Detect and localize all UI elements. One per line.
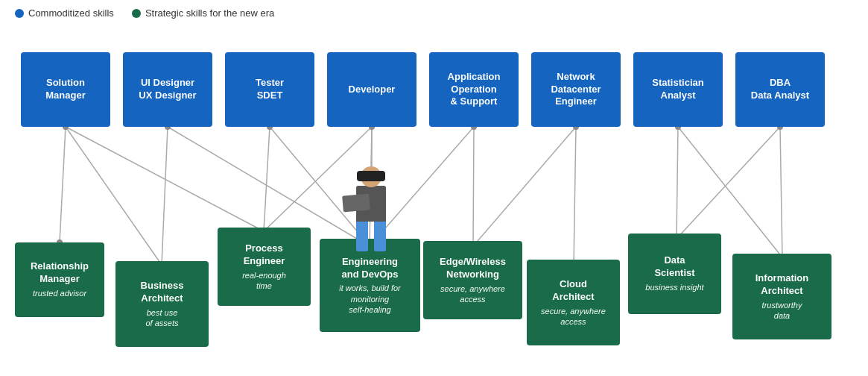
card-cloud-architect: CloudArchitect secure, anywhereaccess xyxy=(527,260,620,345)
card-network-dc-title: NetworkDatacenterEngineer xyxy=(551,71,601,109)
legend: Commoditized skills Strategic skills for… xyxy=(0,0,868,26)
card-tester: TesterSDET xyxy=(225,52,314,127)
svg-line-13 xyxy=(677,127,678,239)
svg-line-12 xyxy=(574,127,576,265)
card-app-ops: ApplicationOperation& Support xyxy=(429,52,519,127)
card-business-architect: BusinessArchitect best useof assets xyxy=(115,261,209,347)
card-process-engineer: ProcessEngineer real-enoughtime xyxy=(218,228,311,306)
card-statistician-title: StatisticianAnalyst xyxy=(652,77,703,102)
card-ui-designer-title: UI DesignerUX Designer xyxy=(139,77,196,102)
card-edge-networking: Edge/WirelessNetworking secure, anywhere… xyxy=(423,241,522,319)
card-data-scientist: DataScientist business insight xyxy=(628,234,721,314)
card-tester-title: TesterSDET xyxy=(256,77,284,102)
svg-line-0 xyxy=(60,127,66,242)
card-process-engineer-title: ProcessEngineer xyxy=(244,242,285,268)
legend-commoditized: Commoditized skills xyxy=(15,7,114,19)
card-network-dc: NetworkDatacenterEngineer xyxy=(531,52,621,127)
card-statistician: StatisticianAnalyst xyxy=(633,52,723,127)
card-developer: Developer xyxy=(327,52,416,127)
card-info-architect-title: InformationArchitect xyxy=(755,272,809,298)
card-cloud-architect-title: CloudArchitect xyxy=(552,278,594,304)
card-app-ops-title: ApplicationOperation& Support xyxy=(448,71,501,109)
card-cloud-architect-subtitle: secure, anywhereaccess xyxy=(541,306,606,328)
svg-line-5 xyxy=(264,127,270,231)
strategic-dot xyxy=(132,9,141,18)
card-dba: DBAData Analyst xyxy=(735,52,825,127)
svg-line-11 xyxy=(473,127,576,246)
commoditized-label: Commoditized skills xyxy=(28,7,114,19)
svg-line-15 xyxy=(677,127,780,239)
card-info-architect-subtitle: trustworthydata xyxy=(762,300,802,322)
card-ui-designer: UI DesignerUX Designer xyxy=(123,52,212,127)
card-dba-title: DBAData Analyst xyxy=(751,77,809,102)
svg-line-3 xyxy=(162,127,168,265)
strategic-label: Strategic skills for the new era xyxy=(145,7,274,19)
commoditized-dot xyxy=(15,9,24,18)
svg-line-10 xyxy=(473,127,474,246)
card-engineering-devops-title: Engineeringand DevOps xyxy=(342,256,399,281)
card-data-scientist-title: DataScientist xyxy=(654,254,694,280)
card-business-architect-subtitle: best useof assets xyxy=(145,307,178,329)
card-relationship-manager-subtitle: trusted advisor xyxy=(33,288,86,298)
card-business-architect-title: BusinessArchitect xyxy=(141,280,184,305)
card-relationship-manager-title: RelationshipManager xyxy=(31,260,89,286)
card-engineering-devops-subtitle: it works, build formonitoringself-healin… xyxy=(339,283,401,315)
svg-line-16 xyxy=(780,127,782,257)
card-process-engineer-subtitle: real-enoughtime xyxy=(242,270,286,292)
card-edge-networking-title: Edge/WirelessNetworking xyxy=(440,256,506,281)
card-data-scientist-subtitle: business insight xyxy=(645,282,703,292)
card-solution-manager-title: SolutionManager xyxy=(45,77,85,102)
legend-strategic: Strategic skills for the new era xyxy=(132,7,274,19)
diagram: SolutionManager UI DesignerUX Designer T… xyxy=(0,26,868,369)
card-solution-manager: SolutionManager xyxy=(21,52,110,127)
svg-line-2 xyxy=(66,127,264,231)
card-edge-networking-subtitle: secure, anywhereaccess xyxy=(440,283,505,305)
person-figure xyxy=(349,166,393,256)
card-info-architect: InformationArchitect trustworthydata xyxy=(732,254,831,339)
card-relationship-manager: RelationshipManager trusted advisor xyxy=(15,242,104,317)
card-developer-title: Developer xyxy=(349,84,396,96)
